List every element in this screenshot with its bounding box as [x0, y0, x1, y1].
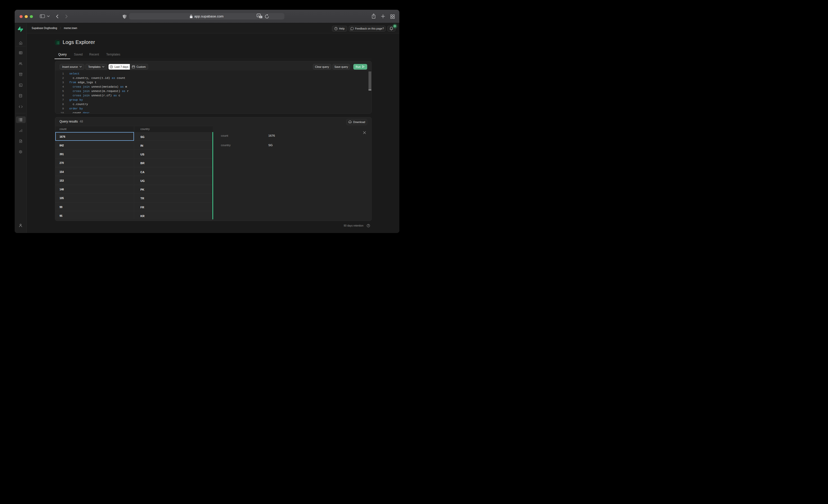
svg-text:文: 文 [260, 16, 262, 18]
svg-text:A: A [258, 14, 259, 17]
